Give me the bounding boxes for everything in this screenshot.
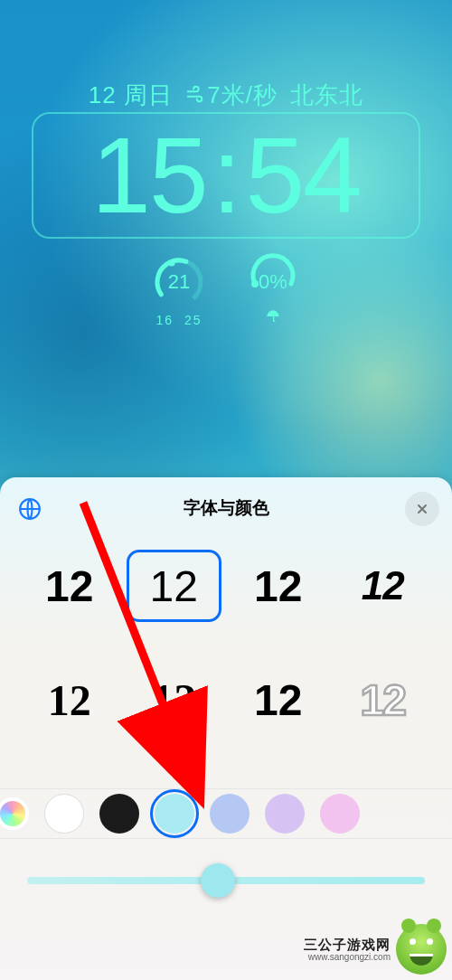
panel-title: 字体与颜色 (184, 496, 269, 520)
watermark: 三公子游戏网 www.sangongzi.com (304, 924, 447, 975)
globe-button[interactable] (13, 492, 47, 526)
wind-icon (185, 83, 205, 111)
color-swatch-black[interactable] (99, 794, 139, 834)
font-option-2[interactable]: 12 (231, 550, 326, 622)
date-day-number: 12 (89, 81, 117, 108)
color-swatch-blue[interactable] (210, 794, 250, 834)
font-option-0[interactable]: 12 (22, 550, 118, 622)
wind-value: 7 (207, 81, 221, 108)
color-swatch-white[interactable] (44, 794, 84, 834)
watermark-name: 三公子游戏网 (304, 937, 391, 952)
watermark-logo-icon (396, 924, 447, 975)
font-option-6[interactable]: 12 (231, 664, 326, 736)
color-swatch-cyan[interactable] (155, 794, 194, 834)
clock-time: 15:54 (91, 122, 360, 229)
font-option-4[interactable]: 12 (22, 664, 118, 736)
color-swatch-row (0, 788, 452, 839)
font-grid: 12 12 12 12 12 12 12 12 (13, 550, 439, 736)
date-day-label: 周日 (124, 81, 173, 108)
color-picker-button[interactable] (0, 797, 29, 830)
color-swatch-pink[interactable] (320, 794, 360, 834)
color-swatch-purple[interactable] (265, 794, 305, 834)
font-option-3[interactable]: 12 (335, 550, 431, 622)
umbrella-icon (244, 309, 302, 327)
watermark-url: www.sangongzi.com (304, 952, 391, 963)
wind-unit: 米/秒 (221, 81, 278, 108)
close-icon (415, 502, 429, 516)
temperature-widget[interactable]: 21 16 25 (150, 253, 208, 311)
slider-thumb[interactable] (201, 863, 235, 898)
wind-direction: 北东北 (290, 81, 363, 108)
temperature-range: 16 25 (150, 313, 208, 327)
clock-hours: 15 (91, 116, 206, 235)
precipitation-value: 0% (244, 253, 302, 311)
font-option-5[interactable]: 12 (127, 664, 222, 736)
temperature-current: 21 (150, 253, 208, 311)
globe-icon (18, 497, 42, 521)
font-option-7[interactable]: 12 (335, 664, 431, 736)
saturation-slider[interactable] (27, 862, 425, 899)
font-color-panel: 字体与颜色 12 12 12 12 12 12 12 12 三公子游戏网 www… (0, 477, 452, 980)
slider-track (27, 877, 425, 884)
precipitation-widget[interactable]: 0% (244, 253, 302, 311)
lockscreen-date-weather[interactable]: 12 周日 7米/秒 北东北 (0, 80, 452, 111)
lockscreen-widgets[interactable]: 21 16 25 0% (0, 253, 452, 311)
clock-minutes: 54 (245, 116, 360, 235)
lockscreen-clock[interactable]: 15:54 (32, 112, 420, 239)
close-button[interactable] (405, 492, 439, 526)
font-option-1[interactable]: 12 (127, 550, 222, 622)
